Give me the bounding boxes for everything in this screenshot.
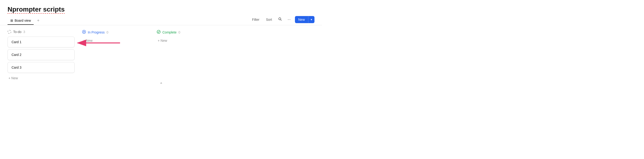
sort-button[interactable]: Sort	[264, 17, 274, 23]
complete-icon	[157, 30, 160, 35]
card-2[interactable]: Card 2	[8, 49, 74, 60]
more-options-button[interactable]: ···	[286, 17, 292, 23]
column-inprogress-name: In Progress	[88, 31, 105, 34]
new-button-label: New	[295, 16, 308, 23]
column-complete-name: Complete	[162, 31, 176, 34]
tab-board-view-label: Board view	[14, 19, 31, 23]
column-todo: To-do 3 Card 1 Card 2 Card 3 + New	[8, 30, 74, 81]
inprogress-icon	[82, 30, 86, 35]
inprogress-add-new-button[interactable]: + New	[82, 37, 94, 44]
page-title: Nprompter scripts	[8, 6, 65, 13]
filter-button[interactable]: Filter	[250, 17, 261, 23]
svg-marker-4	[84, 31, 85, 33]
board: To-do 3 Card 1 Card 2 Card 3 + New In Pr…	[0, 25, 322, 86]
todo-icon	[8, 30, 11, 34]
card-3[interactable]: Card 3	[8, 62, 74, 73]
new-button-chevron-icon: ▾	[308, 16, 314, 23]
svg-point-0	[279, 18, 281, 20]
svg-point-5	[157, 30, 160, 34]
tab-board-view[interactable]: ⊞ Board view	[8, 17, 34, 25]
column-todo-name: To-do	[13, 30, 22, 34]
column-complete-header: Complete 0	[157, 30, 224, 35]
search-button[interactable]	[277, 16, 284, 23]
column-inprogress-header: In Progress 0	[82, 30, 149, 35]
svg-line-1	[280, 20, 282, 21]
column-todo-header: To-do 3	[8, 30, 74, 34]
card-1[interactable]: Card 1	[8, 37, 74, 47]
new-button[interactable]: New ▾	[295, 16, 314, 23]
column-complete-count: 0	[178, 31, 180, 34]
todo-add-new-button[interactable]: + New	[8, 75, 19, 81]
complete-add-new-button[interactable]: + New	[157, 37, 168, 44]
column-complete: Complete 0 + New	[157, 30, 224, 44]
column-todo-count: 3	[23, 30, 25, 34]
add-tab-button[interactable]: +	[34, 17, 42, 25]
column-inprogress: In Progress 0 + New	[82, 30, 149, 44]
column-inprogress-count: 0	[107, 31, 108, 34]
board-view-icon: ⊞	[10, 19, 13, 23]
